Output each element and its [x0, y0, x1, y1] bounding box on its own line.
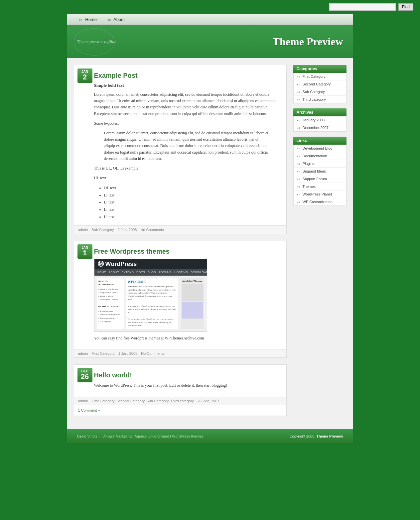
footer-wp-themes-link[interactable]: WordPress themes — [172, 434, 203, 438]
footer-using-label: Using — [77, 434, 86, 438]
post-date-1: Jan 2 — [77, 68, 92, 83]
arrow-icon: »» — [297, 147, 300, 150]
category-second-label: Second Category — [303, 82, 331, 86]
link-themes-label: Themes — [302, 185, 316, 189]
wp-nav-item: FORUMS — [159, 271, 172, 274]
post-date-2: Jan 1 — [77, 244, 92, 259]
wp-available-themes: Available Themes — [182, 280, 203, 283]
wp-sidebar-left: NEW TO WORDPRESS? » What is WordPress? »… — [97, 278, 124, 329]
post-1-blockquote: Lorem ipsum dolor sit amet, consectetur … — [104, 130, 270, 162]
wp-nav-item: DOCS — [136, 271, 145, 274]
post-2-meta-date: 1 Jan, 2008 — [118, 351, 138, 355]
wp-main-text3: To get started with WordPress, set it up… — [128, 318, 177, 327]
wp-theme-preview2 — [182, 302, 203, 319]
nav-about[interactable]: »» About — [102, 14, 130, 25]
wp-nav-item: DOWNLOAD — [191, 271, 207, 274]
wp-sidebar-text: » What is a blog? — [98, 295, 122, 298]
wp-sidebar-text: » Download and Install — [98, 313, 122, 317]
post-1-subtitle: Simple bold text — [94, 83, 280, 88]
footer-viridis-link[interactable]: Viridis - — [87, 434, 99, 438]
wp-logo: Ⓜ WordPress — [98, 260, 137, 268]
categories-widget: Categories »» First Category »» Second C… — [293, 65, 347, 103]
arrow-icon: »» — [297, 200, 300, 204]
post-1-ul-text: UL text — [94, 175, 280, 181]
arrow-icon: »» — [297, 98, 300, 101]
post-1-inner: Example Post Simple bold text Lorem ipsu… — [74, 65, 286, 225]
category-third[interactable]: »» Third category — [294, 96, 346, 103]
link-plugins[interactable]: »» Plugins — [294, 160, 346, 168]
list-item: OL text — [104, 185, 280, 192]
wp-sidebar-text: » Documentation — [98, 317, 122, 320]
post-1-ul-label: This is UL, OL, Li example: — [94, 165, 280, 172]
footer-copyright: Copyright 2008, — [290, 434, 316, 438]
footer-right: Copyright 2008, Theme Preview — [290, 434, 343, 438]
wp-sidebar-text: » What is WordPress? — [98, 288, 122, 291]
link-docs-label: Documentation — [303, 154, 327, 158]
category-second[interactable]: »» Second Category — [294, 80, 346, 88]
post-3-meta-author: admin — [78, 399, 88, 403]
archive-dec2007[interactable]: »» December 2007 — [294, 124, 346, 131]
arrow-icon: »» — [297, 126, 300, 130]
arrow-icon: »» — [297, 75, 300, 78]
page-wrapper: »» Home »» About Theme preview tagline T… — [67, 14, 353, 443]
link-dev-blog[interactable]: »» Development Blog — [294, 145, 346, 152]
comment-link[interactable]: 1 Comment » — [78, 408, 100, 412]
arrow-icon: »» — [297, 119, 300, 122]
post-2-meta-author: admin — [78, 351, 88, 355]
link-wp-planet[interactable]: »» WordPress Planet — [294, 191, 346, 198]
wp-nav-item: EXTEND — [122, 271, 134, 274]
list-item: Li text — [104, 206, 280, 213]
list-item: Li text — [104, 199, 280, 206]
link-support[interactable]: »» Support Forum — [294, 175, 346, 183]
link-support-label: Support Forum — [303, 177, 327, 181]
archive-jan2008-label: January 2008 — [303, 118, 325, 122]
category-sub[interactable]: »» Sub Category — [294, 88, 346, 96]
post-example: Jan 2 Example Post Simple bold text Lore… — [74, 65, 287, 234]
archive-jan2008[interactable]: »» January 2008 — [294, 116, 346, 124]
post-1-meta-author: admin — [78, 228, 88, 232]
nav-home[interactable]: »» Home — [74, 14, 102, 25]
arrow-icon: »» — [297, 83, 300, 86]
wp-nav-item: ABOUT — [109, 271, 119, 274]
archives-widget: Archives »» January 2008 »» December 200… — [293, 108, 347, 132]
link-wp-custom[interactable]: »» WP Customization — [294, 198, 346, 205]
footer-agency-link[interactable]: Agency Underground — [134, 434, 169, 438]
wp-main-area: WELCOME WordPress is a state-of-the-art … — [126, 278, 178, 329]
post-1-bquote-label: Some b-quotes: — [94, 120, 280, 127]
footer-amase-link[interactable]: Amase Marketing — [103, 434, 132, 438]
post-2-title-link[interactable]: Free Wordpress themes — [94, 248, 170, 255]
site-title: Theme Preview — [273, 36, 343, 48]
link-wp-custom-label: WP Customization — [303, 200, 333, 204]
wp-ready-label: READY TO BEGIN? — [98, 305, 122, 309]
footer-left: Using Viridis - || Amase Marketing | Age… — [77, 434, 203, 438]
sidebar: Categories »» First Category »» Second C… — [293, 65, 347, 423]
link-suggest[interactable]: »» Suggest Ideas — [294, 168, 346, 175]
link-plugins-label: Plugins — [303, 162, 315, 166]
post-3-body: Welcome to WordPress. This is your first… — [94, 382, 280, 389]
find-button[interactable]: Find — [398, 3, 413, 11]
content-area: Jan 2 Example Post Simple bold text Lore… — [67, 58, 353, 429]
link-dev-blog-label: Development Blog — [303, 146, 333, 150]
link-themes[interactable]: »» Themes — [294, 183, 346, 191]
archives-body: »» January 2008 »» December 2007 — [293, 116, 347, 132]
search-input[interactable] — [329, 3, 396, 11]
link-docs[interactable]: »» Documentation — [294, 152, 346, 160]
category-first[interactable]: »» First Category — [294, 73, 346, 80]
wp-welcome: WELCOME — [128, 280, 177, 284]
post-2-inner: Free Wordpress themes Ⓜ WordPress HOME A… — [74, 241, 286, 349]
post-3-meta: admin First Category, Second Category, S… — [74, 397, 286, 405]
wp-nav-item: BLOG — [148, 271, 156, 274]
post-2-meta: admin First Category 1 Jan, 2008 No Comm… — [74, 349, 286, 357]
link-wp-planet-label: WordPress Planet — [303, 192, 332, 196]
post-3-title-link[interactable]: Hello world! — [94, 371, 132, 379]
post-1-title-link[interactable]: Example Post — [94, 72, 138, 79]
post-2-meta-comments: No Comments — [141, 351, 164, 355]
post-2-body: You can easy find free Wordpress themes … — [94, 335, 280, 341]
arrow-icon: »» — [297, 162, 300, 166]
category-first-label: First Category — [303, 74, 326, 78]
post-wordpress-themes: Jan 1 Free Wordpress themes Ⓜ WordPress … — [74, 241, 287, 358]
post-date-3: Dec 26 — [77, 368, 92, 382]
wp-main-text2: More simply, WordPress is what you use w… — [128, 305, 177, 315]
arrow-icon: »» — [297, 90, 300, 94]
arrow-icon: »» — [297, 155, 300, 158]
